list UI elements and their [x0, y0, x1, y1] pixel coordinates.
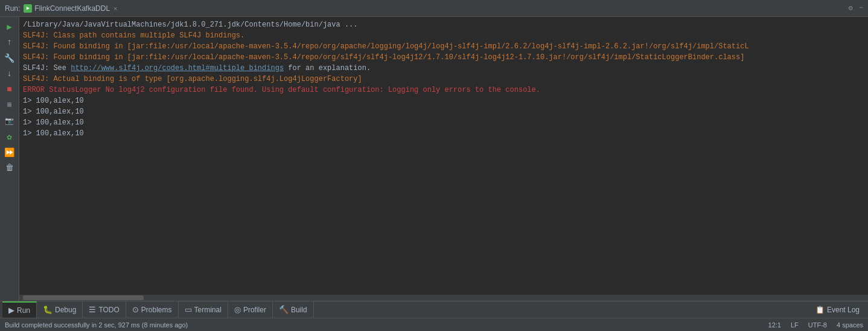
title-icons: ⚙ −: [849, 4, 863, 13]
indent-setting[interactable]: 4 spaces: [837, 321, 863, 329]
todo-tab-label: TODO: [98, 306, 119, 314]
down-button[interactable]: ↓: [2, 66, 17, 81]
debug-tab-icon: 🐛: [43, 305, 53, 314]
console-line: ERROR StatusLogger No log4j2 configurati…: [23, 85, 864, 95]
wrap-button[interactable]: ≡: [2, 98, 17, 112]
build-status: Build completed successfully in 2 sec, 9…: [5, 321, 188, 329]
cursor-position[interactable]: 12:1: [768, 321, 781, 329]
build-tab-label: Build: [291, 306, 307, 314]
event-log-button[interactable]: 📋 Event Log: [809, 301, 866, 318]
console-line: 1> 100,alex,10: [23, 128, 864, 139]
problems-tab-icon: ⊙: [132, 305, 139, 314]
toolbar: ▶ ↑ 🔧 ↓ ■ ≡ 📷 ✿ ⏩ 🗑: [0, 17, 19, 301]
bottom-tabs: ▶ Run 🐛 Debug ☰ TODO ⊙ Problems ▭ Termin…: [0, 301, 868, 318]
stop-button[interactable]: ■: [2, 82, 17, 97]
tab-terminal[interactable]: ▭ Terminal: [179, 301, 228, 318]
tab-icon: ▶: [24, 4, 32, 13]
horizontal-scrollbar[interactable]: [19, 295, 868, 301]
console-line: 1> 100,alex,10: [23, 95, 864, 106]
leaf-button[interactable]: ✿: [2, 129, 17, 144]
trash-button[interactable]: 🗑: [2, 161, 17, 175]
profiler-tab-label: Profiler: [243, 306, 266, 314]
tab-problems[interactable]: ⊙ Problems: [126, 301, 179, 318]
tab-close-button[interactable]: ×: [113, 5, 117, 12]
title-bar: Run: ▶ FlinkConnectKafkaDDL × ⚙ −: [0, 0, 868, 17]
console-output: /Library/Java/JavaVirtualMachines/jdk1.8…: [19, 17, 868, 295]
tab-profiler[interactable]: ◎ Profiler: [228, 301, 273, 318]
console-line: 1> 100,alex,10: [23, 106, 864, 117]
tab-title[interactable]: FlinkConnectKafkaDDL: [34, 4, 110, 13]
terminal-tab-label: Terminal: [194, 306, 222, 314]
console-line: SLF4J: Actual binding is of type [org.ap…: [23, 74, 864, 85]
tab-run[interactable]: ▶ Run: [2, 301, 37, 318]
wrench-button[interactable]: 🔧: [2, 51, 17, 65]
status-right: 12:1 LF UTF-8 4 spaces: [768, 321, 863, 329]
console-line: SLF4J: Class path contains multiple SLF4…: [23, 30, 864, 41]
settings-icon[interactable]: ⚙: [849, 4, 853, 13]
todo-tab-icon: ☰: [89, 305, 96, 314]
event-log-label: Event Log: [827, 306, 860, 314]
console-line: 1> 100,alex,10: [23, 117, 864, 128]
scrollbar-thumb[interactable]: [23, 295, 144, 300]
status-bar: Build completed successfully in 2 sec, 9…: [0, 318, 868, 331]
line-ending[interactable]: LF: [791, 321, 799, 329]
build-tab-icon: 🔨: [279, 305, 289, 314]
minimize-icon[interactable]: −: [859, 4, 863, 13]
main-area: ▶ ↑ 🔧 ↓ ■ ≡ 📷 ✿ ⏩ 🗑 /Library/Java/JavaVi…: [0, 17, 868, 301]
console-line: SLF4J: Found binding in [jar:file:/usr/l…: [23, 41, 864, 52]
up-button[interactable]: ↑: [2, 35, 17, 50]
camera-button[interactable]: 📷: [2, 114, 17, 128]
profiler-tab-icon: ◎: [234, 305, 241, 314]
run-label: Run:: [5, 4, 20, 13]
play-button[interactable]: ▶: [2, 19, 17, 34]
debug-tab-label: Debug: [55, 306, 76, 314]
tab-todo[interactable]: ☰ TODO: [83, 301, 126, 318]
encoding[interactable]: UTF-8: [808, 321, 827, 329]
tab-build[interactable]: 🔨 Build: [273, 301, 314, 318]
console-line: SLF4J: Found binding in [jar:file:/usr/l…: [23, 52, 864, 63]
run-tab-label: Run: [17, 306, 30, 315]
tab-debug[interactable]: 🐛 Debug: [37, 301, 83, 318]
event-log-icon: 📋: [815, 306, 825, 314]
slf4j-link[interactable]: http://www.slf4j.org/codes.html#multiple…: [71, 64, 284, 72]
run-tab-icon: ▶: [8, 306, 14, 315]
terminal-tab-icon: ▭: [185, 305, 192, 314]
step-button[interactable]: ⏩: [2, 145, 17, 159]
problems-tab-label: Problems: [141, 306, 172, 314]
console-line: SLF4J: See http://www.slf4j.org/codes.ht…: [23, 63, 864, 74]
console-line: /Library/Java/JavaVirtualMachines/jdk1.8…: [23, 19, 864, 30]
